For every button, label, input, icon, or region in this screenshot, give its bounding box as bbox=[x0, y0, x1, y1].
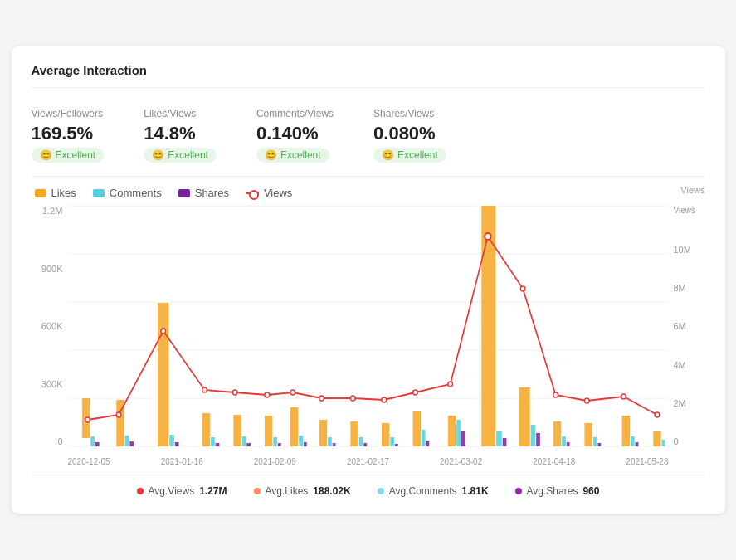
svg-rect-14 bbox=[174, 442, 178, 446]
summary-value-views: 1.27M bbox=[199, 485, 227, 497]
svg-rect-22 bbox=[273, 437, 277, 446]
svg-rect-51 bbox=[584, 423, 592, 446]
svg-point-60 bbox=[116, 412, 121, 417]
svg-rect-55 bbox=[630, 436, 634, 446]
summary-avg-comments: Avg.Comments 1.81K bbox=[378, 485, 489, 497]
svg-rect-24 bbox=[290, 407, 297, 446]
svg-point-71 bbox=[485, 233, 491, 240]
summary-avg-likes: Avg.Likes 188.02K bbox=[254, 485, 351, 497]
svg-rect-33 bbox=[381, 423, 388, 446]
svg-rect-16 bbox=[211, 437, 215, 446]
legend-likes: Likes bbox=[35, 187, 76, 199]
svg-point-75 bbox=[621, 394, 626, 399]
metric-badge-2: 😊 Excellent bbox=[256, 148, 329, 163]
svg-rect-7 bbox=[90, 436, 95, 446]
summary-dot-shares bbox=[515, 488, 522, 494]
chart-legend: Likes Comments Shares Views Views bbox=[35, 187, 705, 199]
svg-point-64 bbox=[264, 392, 269, 397]
metric-likes-views: Likes/Views 14.8% 😊 Excellent bbox=[144, 108, 217, 163]
chart-inner bbox=[68, 206, 669, 446]
svg-point-66 bbox=[319, 396, 324, 401]
metric-label-0: Views/Followers bbox=[32, 108, 105, 119]
y-right-5: 0 bbox=[674, 436, 679, 446]
svg-rect-45 bbox=[519, 387, 529, 446]
x-label-5: 2021-04-18 bbox=[533, 457, 575, 466]
summary-dot-likes bbox=[254, 488, 261, 494]
x-label-2: 2021-02-09 bbox=[254, 457, 296, 466]
y-right-3: 4M bbox=[674, 360, 686, 370]
summary-label-likes: Avg.Likes bbox=[266, 485, 309, 497]
summary-label-comments: Avg.Comments bbox=[389, 485, 457, 497]
svg-rect-35 bbox=[394, 444, 397, 446]
summary-value-shares: 960 bbox=[582, 485, 599, 497]
summary-row: Avg.Views 1.27M Avg.Likes 188.02K Avg.Co… bbox=[32, 475, 705, 500]
svg-rect-29 bbox=[332, 443, 335, 446]
metric-views-followers: Views/Followers 169.5% 😊 Excellent bbox=[32, 108, 105, 163]
svg-point-72 bbox=[520, 286, 525, 291]
legend-comments: Comments bbox=[93, 187, 162, 199]
legend-line-views bbox=[246, 192, 259, 194]
summary-dot-comments bbox=[378, 488, 384, 494]
summary-avg-views: Avg.Views 1.27M bbox=[137, 485, 227, 497]
y-left-3: 300K bbox=[41, 379, 63, 389]
summary-value-likes: 188.02K bbox=[313, 485, 350, 497]
svg-rect-57 bbox=[653, 431, 660, 446]
svg-point-59 bbox=[85, 417, 90, 422]
metric-label-1: Likes/Views bbox=[144, 108, 217, 119]
legend-label-comments: Comments bbox=[110, 187, 162, 199]
summary-dot-views bbox=[137, 488, 144, 494]
svg-rect-48 bbox=[553, 421, 560, 446]
svg-point-74 bbox=[584, 398, 589, 403]
x-axis-labels: 2020-12-05 2021-01-16 2021-02-09 2021-02… bbox=[68, 451, 669, 471]
svg-rect-28 bbox=[328, 437, 332, 446]
svg-rect-8 bbox=[95, 442, 99, 446]
smiley-icon-1: 😊 bbox=[152, 149, 164, 161]
y-right-1: 8M bbox=[674, 283, 686, 293]
y-left-4: 0 bbox=[57, 436, 62, 446]
svg-rect-20 bbox=[246, 443, 251, 446]
svg-rect-10 bbox=[124, 436, 129, 446]
svg-rect-46 bbox=[530, 425, 535, 446]
x-label-0: 2020-12-05 bbox=[68, 457, 110, 466]
y-right-2: 6M bbox=[674, 321, 686, 331]
svg-rect-15 bbox=[202, 413, 209, 446]
svg-rect-44 bbox=[502, 438, 506, 446]
metric-shares-views: Shares/Views 0.080% 😊 Excellent bbox=[373, 108, 446, 163]
summary-avg-shares: Avg.Shares 960 bbox=[515, 485, 600, 497]
metric-badge-1: 😊 Excellent bbox=[144, 148, 217, 163]
legend-label-views: Views bbox=[264, 187, 292, 199]
svg-rect-42 bbox=[481, 206, 495, 446]
svg-rect-23 bbox=[277, 443, 280, 446]
svg-point-62 bbox=[202, 387, 207, 392]
x-label-4: 2021-03-02 bbox=[440, 457, 482, 466]
x-label-3: 2021-02-17 bbox=[347, 457, 389, 466]
svg-rect-53 bbox=[597, 443, 601, 446]
y-right-0: 10M bbox=[674, 245, 691, 255]
svg-rect-25 bbox=[299, 436, 303, 446]
svg-point-63 bbox=[232, 390, 237, 395]
smiley-icon-2: 😊 bbox=[265, 149, 277, 161]
chart-area: 1.2M 900K 600K 300K 0 Views 10M 8M 6M 4M… bbox=[32, 206, 705, 471]
svg-rect-56 bbox=[635, 442, 638, 446]
y-right-label: Views bbox=[674, 206, 696, 215]
legend-label-shares: Shares bbox=[195, 187, 229, 199]
metric-comments-views: Comments/Views 0.140% 😊 Excellent bbox=[256, 108, 334, 163]
svg-rect-54 bbox=[621, 416, 629, 446]
y-left-0: 1.2M bbox=[42, 206, 62, 216]
svg-point-68 bbox=[381, 397, 386, 402]
svg-rect-49 bbox=[562, 436, 566, 446]
summary-label-shares: Avg.Shares bbox=[527, 485, 578, 497]
svg-rect-27 bbox=[319, 420, 326, 446]
metric-value-2: 0.140% bbox=[256, 123, 334, 144]
metric-value-3: 0.080% bbox=[373, 123, 446, 144]
smiley-icon-3: 😊 bbox=[382, 149, 394, 161]
x-label-1: 2021-01-16 bbox=[161, 457, 203, 466]
y-axis-left: 1.2M 900K 600K 300K 0 bbox=[32, 206, 68, 446]
svg-rect-47 bbox=[536, 433, 540, 446]
svg-point-61 bbox=[160, 329, 165, 334]
metric-label-3: Shares/Views bbox=[373, 108, 446, 119]
svg-rect-37 bbox=[421, 430, 425, 446]
y-right-4: 2M bbox=[674, 398, 686, 408]
x-label-6: 2021-05-28 bbox=[626, 457, 668, 466]
svg-rect-43 bbox=[496, 431, 502, 446]
